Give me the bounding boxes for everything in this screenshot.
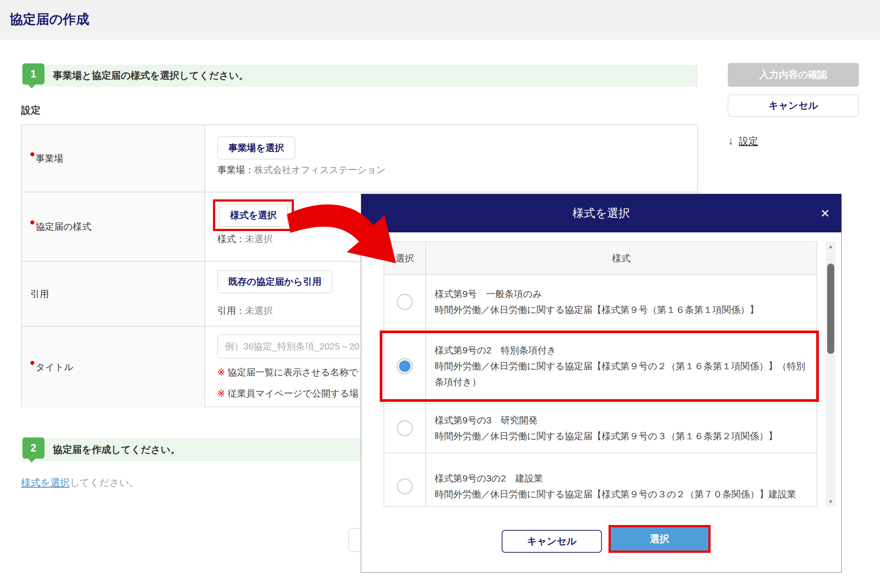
step1-number-badge: 1 <box>22 63 44 85</box>
step2-instruction: 協定届を作成してください。 <box>53 443 180 456</box>
format-value: 様式：未選択 <box>217 233 273 245</box>
option-description: 時間外労働／休日労働に関する協定届【様式第９号（第１６条第１項関係）】 <box>435 302 808 318</box>
step1-banner: 事業場と協定届の様式を選択してください。 <box>21 65 698 87</box>
row-label: タイトル <box>22 327 205 408</box>
step2-helper-line: 様式を選択してください。 <box>21 476 139 489</box>
select-format-button[interactable]: 様式を選択 <box>219 204 288 227</box>
required-marker <box>30 220 34 224</box>
select-workplace-button[interactable]: 事業場を選択 <box>217 136 295 159</box>
required-marker <box>30 361 34 365</box>
step1-instruction: 事業場と協定届の様式を選択してください。 <box>53 69 249 82</box>
select-format-link[interactable]: 様式を選択 <box>21 477 70 488</box>
radio-unselected[interactable] <box>397 478 413 494</box>
format-button-annotation-frame: 様式を選択 <box>213 199 294 231</box>
settings-jump-link[interactable]: ↓設定 <box>728 135 758 148</box>
quote-value: 引用：未選択 <box>217 305 273 317</box>
page-title: 協定届の作成 <box>10 11 89 29</box>
radio-unselected[interactable] <box>397 294 413 310</box>
modal-title: 様式を選択 <box>572 206 630 221</box>
required-marker <box>30 152 34 156</box>
confirm-input-button[interactable]: 入力内容の確認 <box>728 63 859 87</box>
scroll-up-icon[interactable]: ▲ <box>826 243 836 250</box>
modal-scrollbar[interactable]: ▲ ▼ <box>826 242 836 507</box>
page-header-bar: 協定届の作成 <box>0 0 880 40</box>
row-label: 引用 <box>22 261 205 326</box>
workplace-value: 事業場：株式会社オフィスステーション <box>217 164 385 176</box>
format-option-row[interactable]: 様式第9号 一般条項のみ 時間外労働／休日労働に関する協定届【様式第９号（第１６… <box>384 275 817 329</box>
modal-select-button[interactable]: 選択 <box>611 527 708 551</box>
options-header-row: 選択 様式 <box>384 242 817 275</box>
format-select-modal: 様式を選択 ✕ 選択 様式 様式第9号 一般条項のみ 時間外労働／休日労働に関す… <box>361 194 842 573</box>
format-option-row[interactable]: 様式第9号の3 研究開発 時間外労働／休日労働に関する協定届【様式第９号の３（第… <box>384 404 817 453</box>
scrollbar-thumb[interactable] <box>827 264 834 354</box>
column-header-select: 選択 <box>384 242 426 274</box>
title-note-1: ※協定届一覧に表示させる名称で <box>217 366 358 379</box>
format-option-row[interactable]: 様式第9号の3の2 建設業 時間外労働／休日労働に関する協定届【様式第９号の３の… <box>384 453 817 507</box>
modal-cancel-button[interactable]: キャンセル <box>502 530 602 553</box>
option-name: 様式第9号 一般条項のみ <box>435 286 808 302</box>
option-description: 時間外労働／休日労働に関する協定届【様式第９号の３（第１６条第２項関係）】 <box>435 428 808 444</box>
option-name: 様式第9号の2 特別条項付き <box>435 342 808 358</box>
settings-section-heading: 設定 <box>21 104 40 117</box>
option-description: 時間外労働／休日労働に関する協定届【様式第９号の２（第１６条第１項関係）】（特別… <box>435 358 808 390</box>
select-button-annotation-frame: 選択 <box>609 525 711 553</box>
close-icon[interactable]: ✕ <box>820 206 830 220</box>
radio-selected[interactable] <box>397 358 413 374</box>
table-row-workplace: 事業場 事業場を選択 事業場：株式会社オフィスステーション <box>22 125 697 192</box>
row-label: 事業場 <box>22 125 205 192</box>
row-label: 協定届の様式 <box>22 192 205 261</box>
cancel-button[interactable]: キャンセル <box>728 95 859 117</box>
down-arrow-icon: ↓ <box>728 135 733 147</box>
format-option-row-selected[interactable]: 様式第9号の2 特別条項付き 時間外労働／休日労働に関する協定届【様式第９号の２… <box>384 329 817 404</box>
option-name: 様式第9号の3 研究開発 <box>435 412 808 428</box>
step2-number-badge: 2 <box>22 437 44 459</box>
quote-existing-button[interactable]: 既存の協定届から引用 <box>217 270 332 293</box>
scroll-down-icon[interactable]: ▼ <box>826 499 836 505</box>
column-header-format: 様式 <box>426 242 817 274</box>
option-description: 時間外労働／休日労働に関する協定届【様式第９号の３の２（第７０条関係）】建設業 <box>435 486 808 502</box>
modal-header: 様式を選択 ✕ <box>361 194 841 232</box>
format-options-table: 選択 様式 様式第9号 一般条項のみ 時間外労働／休日労働に関する協定届【様式第… <box>384 242 817 507</box>
title-note-2: ※従業員マイページで公開する場 <box>217 387 359 400</box>
radio-unselected[interactable] <box>397 420 413 436</box>
option-name: 様式第9号の3の2 建設業 <box>435 470 808 486</box>
